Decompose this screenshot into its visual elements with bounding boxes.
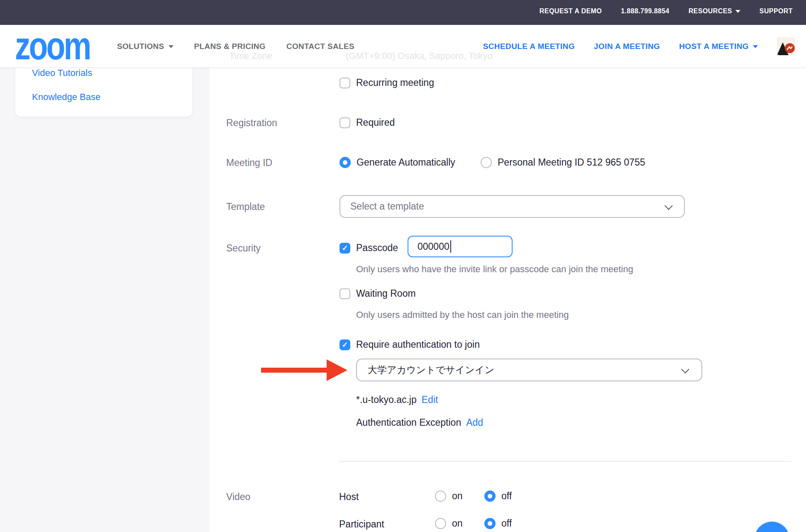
- registration-required-label: Required: [356, 117, 395, 128]
- waiting-room-help-row: Only users admitted by the host can join…: [356, 310, 569, 320]
- registration-required-checkbox[interactable]: [339, 117, 350, 128]
- waiting-room-checkbox[interactable]: [339, 288, 350, 299]
- template-select-value: Select a template: [350, 201, 424, 212]
- nav-schedule-meeting[interactable]: SCHEDULE A MEETING: [483, 42, 575, 51]
- auth-method-select[interactable]: 大学アカウントでサインイン: [356, 359, 702, 381]
- video-host-label-row: Host: [339, 491, 359, 503]
- require-auth-checkbox[interactable]: ✓: [339, 339, 350, 350]
- video-host-on-radio[interactable]: [435, 491, 446, 502]
- nav-contact-sales[interactable]: CONTACT SALES: [286, 42, 354, 51]
- request-demo-link[interactable]: REQUEST A DEMO: [540, 7, 602, 15]
- zoom-schedule-meeting-page: Video Tutorials Knowledge Base Recurring…: [0, 0, 806, 532]
- passcode-checkbox[interactable]: ✓: [339, 243, 350, 254]
- zoom-logo[interactable]: zoom: [15, 37, 90, 56]
- sidebar-link-knowledge-base[interactable]: Knowledge Base: [32, 92, 100, 102]
- video-participant-label: Participant: [339, 519, 384, 530]
- video-host-on-option: on: [435, 491, 463, 502]
- video-host-off-option: off: [484, 491, 512, 502]
- nav-solutions[interactable]: SOLUTIONS: [117, 42, 173, 51]
- nav-menu: SOLUTIONS PLANS & PRICING CONTACT SALES: [117, 25, 354, 68]
- waiting-room-label: Waiting Room: [356, 288, 416, 299]
- recurring-meeting-label: Recurring meeting: [356, 77, 434, 88]
- recurring-meeting-checkbox[interactable]: [339, 78, 350, 88]
- require-auth-label: Require authentication to join: [356, 339, 480, 350]
- help-chat-button[interactable]: [755, 522, 789, 532]
- red-arrow-annotation: [260, 359, 348, 381]
- video-label: Video: [226, 491, 250, 503]
- meeting-id-generate-label: Generate Automatically: [357, 157, 455, 168]
- registration-required-row: Required: [339, 117, 395, 128]
- require-auth-row: ✓ Require authentication to join: [339, 339, 480, 350]
- passcode-input[interactable]: 000000: [408, 236, 513, 257]
- user-avatar[interactable]: [777, 37, 795, 55]
- video-participant-off-label: off: [501, 518, 512, 529]
- text-cursor: [450, 240, 451, 253]
- auth-exception-label: Authentication Exception: [356, 417, 461, 428]
- auth-exception-add-link[interactable]: Add: [466, 417, 483, 428]
- meeting-id-generate-radio[interactable]: [339, 157, 351, 168]
- waiting-room-help-text: Only users admitted by the host can join…: [356, 310, 569, 320]
- recurring-meeting-row: Recurring meeting: [339, 77, 434, 88]
- nav-actions: SCHEDULE A MEETING JOIN A MEETING HOST A…: [483, 25, 795, 68]
- resources-menu[interactable]: RESOURCES: [689, 7, 740, 15]
- template-label-row: Template: [226, 201, 265, 212]
- passcode-help-text: Only users who have the invite link or p…: [356, 264, 633, 275]
- passcode-help-row: Only users who have the invite link or p…: [356, 264, 633, 275]
- meeting-id-pmi-option: Personal Meeting ID 512 965 0755: [481, 157, 645, 168]
- auth-domain-row: *.u-tokyo.ac.jp Edit: [356, 394, 438, 405]
- phone-number[interactable]: 1.888.799.8854: [621, 7, 669, 15]
- top-utility-bar: REQUEST A DEMO 1.888.799.8854 RESOURCES …: [0, 0, 806, 25]
- video-participant-on-radio[interactable]: [435, 518, 446, 529]
- ghost-timezone-value: (GMT+9:00) Osaka, Sapporo, Tokyo: [346, 51, 493, 61]
- video-host-label: Host: [339, 491, 359, 503]
- security-label: Security: [226, 243, 261, 254]
- video-participant-off-option: off: [484, 518, 512, 529]
- chevron-down-icon: [169, 45, 173, 48]
- support-link[interactable]: SUPPORT: [760, 7, 793, 15]
- video-host-off-radio[interactable]: [484, 491, 496, 502]
- template-label: Template: [226, 201, 265, 212]
- chevron-down-icon: [664, 202, 673, 210]
- meeting-id-pmi-radio[interactable]: [481, 157, 492, 168]
- chevron-down-icon: [681, 365, 689, 373]
- auth-method-value: 大学アカウントでサインイン: [368, 364, 494, 376]
- video-host-on-label: on: [452, 491, 463, 502]
- video-host-off-label: off: [501, 491, 512, 502]
- chevron-down-icon: [735, 10, 740, 13]
- video-label-row: Video: [226, 491, 250, 503]
- passcode-row: ✓ Passcode: [339, 242, 398, 254]
- template-select[interactable]: Select a template: [339, 195, 685, 218]
- auth-domain-value: *.u-tokyo.ac.jp: [356, 394, 417, 405]
- auth-domain-edit-link[interactable]: Edit: [422, 394, 438, 405]
- nav-join-meeting[interactable]: JOIN A MEETING: [594, 42, 660, 51]
- meeting-id-label: Meeting ID: [226, 157, 272, 168]
- chevron-down-icon: [753, 45, 758, 48]
- sidebar-link-video-tutorials[interactable]: Video Tutorials: [32, 68, 92, 78]
- video-participant-off-radio[interactable]: [484, 518, 496, 529]
- video-participant-on-option: on: [435, 518, 463, 529]
- passcode-value: 000000: [418, 241, 449, 252]
- avatar-image: [777, 37, 795, 55]
- registration-label: Registration: [226, 117, 277, 129]
- meeting-id-label-row: Meeting ID: [226, 157, 272, 168]
- auth-exception-row: Authentication Exception Add: [356, 417, 483, 428]
- main-navbar: Time Zone (GMT+9:00) Osaka, Sapporo, Tok…: [0, 25, 806, 68]
- security-label-row: Security: [226, 243, 261, 254]
- nav-host-meeting[interactable]: HOST A MEETING: [679, 42, 758, 51]
- waiting-room-row: Waiting Room: [339, 288, 416, 299]
- section-divider: [339, 461, 791, 462]
- meeting-id-pmi-label: Personal Meeting ID 512 965 0755: [498, 157, 645, 168]
- passcode-label: Passcode: [356, 242, 398, 254]
- registration-label-row: Registration: [226, 117, 277, 129]
- nav-plans-pricing[interactable]: PLANS & PRICING: [194, 42, 266, 51]
- video-participant-on-label: on: [452, 518, 463, 529]
- video-participant-label-row: Participant: [339, 519, 384, 530]
- meeting-id-generate-option: Generate Automatically: [339, 157, 455, 168]
